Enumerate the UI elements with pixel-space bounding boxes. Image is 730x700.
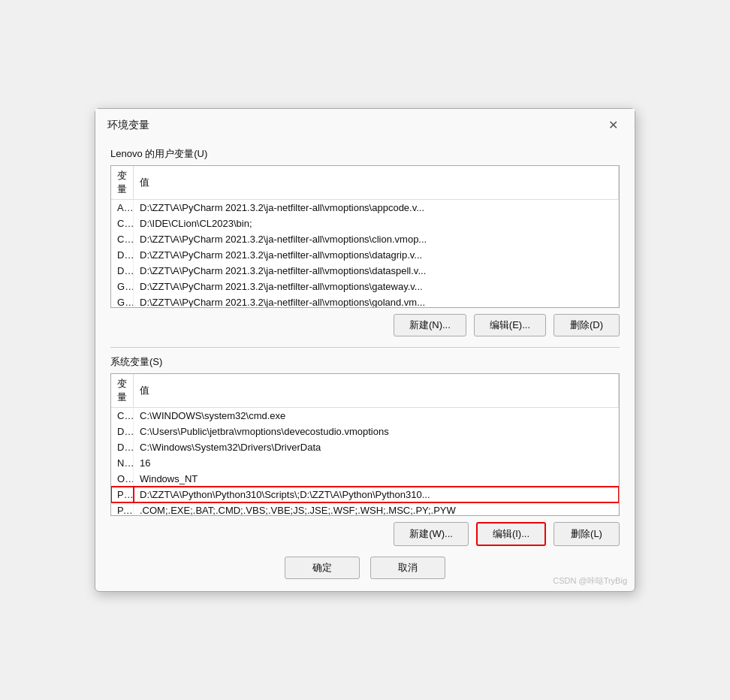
var-name-cell: GOLAND_VM_OPTIONS [111, 294, 134, 308]
table-row[interactable]: DEVECOSTUDIO_VM_OPTIO...C:\Users\Public\… [111, 424, 619, 439]
var-value-cell: C:\Users\Public\jetbra\vmoptions\devecos… [134, 424, 619, 439]
var-value-cell: Windows_NT [134, 471, 619, 487]
user-col-val: 值 [134, 166, 619, 200]
system-edit-button[interactable]: 编辑(I)... [476, 522, 546, 546]
user-col-var: 变量 [111, 166, 134, 200]
var-name-cell: PATHEXT [111, 502, 134, 516]
var-name-cell: DEVECOSTUDIO_VM_OPTIO... [111, 424, 134, 439]
user-btn-row: 新建(N)... 编辑(E)... 删除(D) [110, 314, 620, 336]
var-value-cell: D:\IDE\CLion\CL2023\bin; [134, 216, 619, 231]
var-value-cell: D:\ZZT\A\PyCharm 2021.3.2\ja-netfilter-a… [134, 279, 619, 294]
user-delete-button[interactable]: 删除(D) [554, 314, 620, 336]
system-btn-row: 新建(W)... 编辑(I)... 删除(L) [110, 522, 620, 546]
var-name-cell: DATAGRIP_VM_OPTIONS [111, 247, 134, 263]
var-value-cell: D:\ZZT\A\PyCharm 2021.3.2\ja-netfilter-a… [134, 263, 619, 279]
var-name-cell: NUMBER_OF_PROCESSORS [111, 455, 134, 471]
var-value-cell: D:\ZZT\A\PyCharm 2021.3.2\ja-netfilter-a… [134, 200, 619, 216]
table-row[interactable]: GOLAND_VM_OPTIONSD:\ZZT\A\PyCharm 2021.3… [111, 294, 619, 308]
table-row[interactable]: CLION_VM_OPTIONSD:\ZZT\A\PyCharm 2021.3.… [111, 231, 619, 247]
system-variables-table-container[interactable]: 变量 值 ComSpecC:\WINDOWS\system32\cmd.exeD… [110, 373, 620, 516]
table-row[interactable]: PATHEXT.COM;.EXE;.BAT;.CMD;.VBS;.VBE;JS;… [111, 502, 619, 516]
dialog-title: 环境变量 [107, 119, 149, 132]
dialog-body: Lenovo 的用户变量(U) 变量 值 APPCODE_VM_OPTIONSD… [95, 138, 635, 591]
environment-variables-dialog: 环境变量 ✕ Lenovo 的用户变量(U) 变量 值 APPCODE_VM_O… [95, 108, 635, 592]
table-row[interactable]: PathD:\ZZT\A\Python\Python310\Scripts\;D… [111, 487, 619, 502]
table-row[interactable]: CLionD:\IDE\CLion\CL2023\bin; [111, 216, 619, 231]
var-name-cell: ComSpec [111, 408, 134, 424]
var-name-cell: CLION_VM_OPTIONS [111, 231, 134, 247]
watermark: CSDN @咔哒TryBig [553, 575, 627, 587]
var-value-cell: C:\WINDOWS\system32\cmd.exe [134, 408, 619, 424]
var-name-cell: GATEWAY_VM_OPTIONS [111, 279, 134, 294]
var-name-cell: OS [111, 471, 134, 487]
var-value-cell: C:\Windows\System32\Drivers\DriverData [134, 439, 619, 455]
var-value-cell: 16 [134, 455, 619, 471]
ok-button[interactable]: 确定 [285, 557, 360, 579]
system-section-label: 系统变量(S) [110, 355, 620, 369]
var-value-cell: D:\ZZT\A\PyCharm 2021.3.2\ja-netfilter-a… [134, 294, 619, 308]
system-col-var: 变量 [111, 374, 134, 408]
system-col-val: 值 [134, 374, 619, 408]
user-section-label: Lenovo 的用户变量(U) [110, 147, 620, 161]
system-new-button[interactable]: 新建(W)... [394, 522, 469, 546]
bottom-btn-row: 确定 取消 [110, 557, 620, 579]
var-value-cell: D:\ZZT\A\Python\Python310\Scripts\;D:\ZZ… [134, 487, 619, 502]
var-name-cell: DATASPELL_VM_OPTIONS [111, 263, 134, 279]
section-divider [110, 347, 620, 348]
table-row[interactable]: APPCODE_VM_OPTIONSD:\ZZT\A\PyCharm 2021.… [111, 200, 619, 216]
cancel-button[interactable]: 取消 [370, 557, 445, 579]
user-variables-table: 变量 值 APPCODE_VM_OPTIONSD:\ZZT\A\PyCharm … [111, 166, 619, 308]
var-name-cell: APPCODE_VM_OPTIONS [111, 200, 134, 216]
var-value-cell: D:\ZZT\A\PyCharm 2021.3.2\ja-netfilter-a… [134, 247, 619, 263]
table-row[interactable]: OSWindows_NT [111, 471, 619, 487]
table-row[interactable]: NUMBER_OF_PROCESSORS16 [111, 455, 619, 471]
var-name-cell: Path [111, 487, 134, 502]
table-row[interactable]: DATASPELL_VM_OPTIONSD:\ZZT\A\PyCharm 202… [111, 263, 619, 279]
title-bar: 环境变量 ✕ [95, 109, 635, 138]
table-row[interactable]: ComSpecC:\WINDOWS\system32\cmd.exe [111, 408, 619, 424]
var-value-cell: .COM;.EXE;.BAT;.CMD;.VBS;.VBE;JS;.JSE;.W… [134, 502, 619, 516]
close-button[interactable]: ✕ [604, 116, 623, 134]
table-row[interactable]: DriverDataC:\Windows\System32\Drivers\Dr… [111, 439, 619, 455]
system-delete-button[interactable]: 删除(L) [554, 522, 620, 546]
var-name-cell: DriverData [111, 439, 134, 455]
table-row[interactable]: GATEWAY_VM_OPTIONSD:\ZZT\A\PyCharm 2021.… [111, 279, 619, 294]
var-value-cell: D:\ZZT\A\PyCharm 2021.3.2\ja-netfilter-a… [134, 231, 619, 247]
system-variables-table: 变量 值 ComSpecC:\WINDOWS\system32\cmd.exeD… [111, 374, 619, 516]
table-row[interactable]: DATAGRIP_VM_OPTIONSD:\ZZT\A\PyCharm 2021… [111, 247, 619, 263]
user-new-button[interactable]: 新建(N)... [394, 314, 466, 336]
user-edit-button[interactable]: 编辑(E)... [474, 314, 546, 336]
var-name-cell: CLion [111, 216, 134, 231]
user-variables-table-container[interactable]: 变量 值 APPCODE_VM_OPTIONSD:\ZZT\A\PyCharm … [110, 165, 620, 308]
